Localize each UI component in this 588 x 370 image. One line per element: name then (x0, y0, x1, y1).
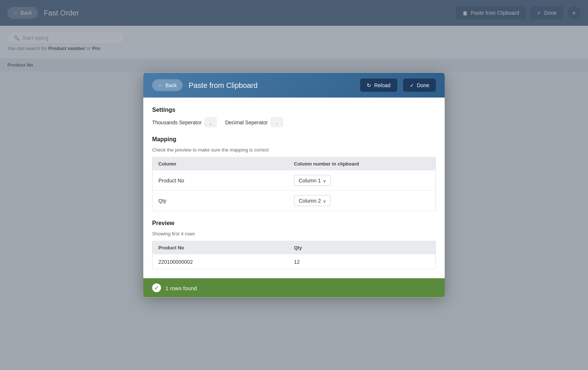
settings-row: Thousands Seperator , Decimal Seperator … (152, 118, 436, 127)
modal-footer: 1 rows found (143, 278, 445, 298)
mapping-select-value-2: Column 2 (299, 198, 321, 204)
mapping-col-header-1: Column (158, 161, 294, 167)
modal-done-check-icon (410, 82, 414, 88)
preview-table-header: Product No Qty (153, 241, 435, 254)
mapping-col-header-2: Column number in clipboard (294, 161, 430, 167)
thousands-value[interactable]: , (205, 118, 216, 127)
preview-description: Showing first 4 rows (152, 231, 436, 236)
mapping-row-qty: Qty Column 2 (153, 191, 435, 211)
mapping-row-label-1: Product No (158, 178, 294, 184)
mapping-table: Column Column number in clipboard Produc… (152, 157, 436, 211)
modal-back-button[interactable]: Back (152, 79, 183, 91)
preview-qty-1: 12 (294, 259, 430, 265)
mapping-description: Check the preview to make sure the mappi… (152, 147, 436, 153)
modal-done-button[interactable]: Done (403, 79, 436, 92)
mapping-select-qty[interactable]: Column 2 (294, 195, 331, 206)
preview-col-header-1: Product No (158, 245, 294, 250)
preview-table: Product No Qty 220100000002 12 (152, 241, 436, 270)
footer-check-glyph (154, 285, 159, 291)
modal-header: Back Paste from Clipboard Reload Done (143, 73, 445, 98)
mapping-title: Mapping (152, 136, 436, 143)
modal-title: Paste from Clipboard (189, 81, 354, 89)
settings-title: Settings (152, 107, 436, 113)
settings-section: Settings Thousands Seperator , Decimal S… (152, 107, 436, 127)
decimal-value[interactable]: . (271, 118, 283, 127)
preview-table-row-1: 220100000002 12 (153, 254, 435, 269)
mapping-row-product-no: Product No Column 1 (153, 170, 435, 191)
mapping-select-value-1: Column 1 (299, 178, 321, 184)
modal-back-arrow-icon (158, 82, 163, 88)
mapping-select-chevron-1 (323, 178, 326, 184)
modal-reload-label: Reload (374, 82, 390, 88)
preview-product-no-1: 220100000002 (158, 259, 294, 265)
modal-back-label: Back (165, 82, 177, 88)
modal-reload-icon (367, 82, 371, 88)
preview-section: Preview Showing first 4 rows Product No … (152, 220, 436, 270)
mapping-select-chevron-2 (323, 198, 326, 204)
paste-clipboard-modal: Back Paste from Clipboard Reload Done Se… (143, 73, 445, 298)
footer-check-icon (152, 284, 161, 292)
mapping-row-label-2: Qty (158, 198, 294, 204)
modal-done-label: Done (417, 82, 429, 88)
mapping-select-product-no[interactable]: Column 1 (294, 175, 331, 186)
thousands-label: Thousands Seperator (152, 120, 202, 125)
preview-col-header-2: Qty (294, 245, 430, 250)
preview-title: Preview (152, 220, 436, 227)
mapping-section: Mapping Check the preview to make sure t… (152, 136, 436, 211)
decimal-label: Decimal Seperator (225, 120, 268, 125)
modal-reload-button[interactable]: Reload (360, 79, 397, 92)
footer-rows-found: 1 rows found (165, 285, 197, 291)
modal-body: Settings Thousands Seperator , Decimal S… (143, 98, 445, 278)
mapping-table-header: Column Column number in clipboard (153, 157, 435, 170)
